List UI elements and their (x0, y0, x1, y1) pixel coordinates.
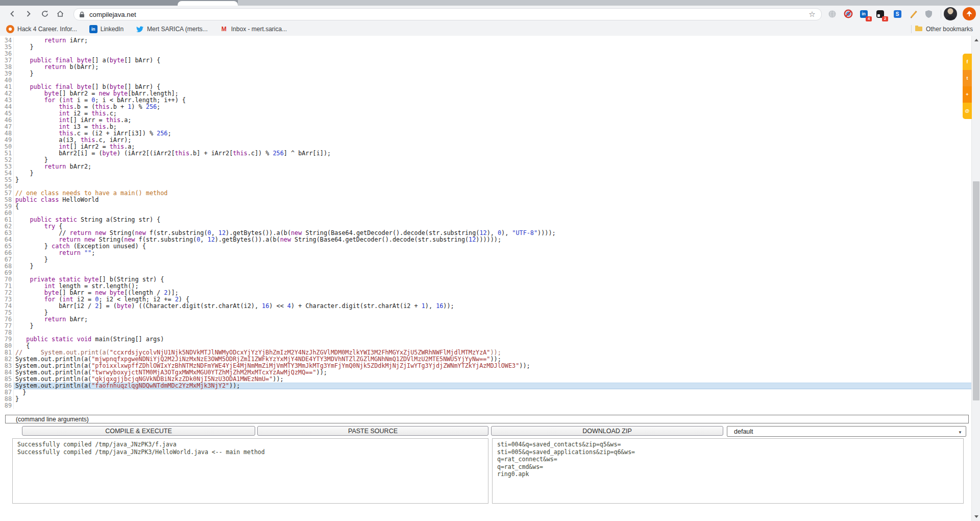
output-line: q=rat_connect&ws= (497, 456, 963, 463)
share-plus-icon[interactable] (963, 86, 972, 103)
compile-execute-button[interactable]: COMPILE & EXECUTE (22, 426, 255, 436)
paste-source-button[interactable]: PASTE SOURCE (257, 426, 488, 436)
code-line: 45 int i2 = this.c; (0, 110, 971, 117)
dropdown-value: default (734, 428, 753, 435)
dark-app-extension-icon[interactable]: 2 (873, 7, 887, 20)
reload-button[interactable] (39, 8, 51, 20)
code-line: 66 return ""; (0, 250, 971, 256)
download-zip-button[interactable]: DOWNLOAD ZIP (491, 426, 723, 436)
scroll-down-arrow[interactable] (972, 512, 980, 521)
bookmark-item[interactable]: Inbox - mert.sarica... (220, 25, 287, 33)
email-share-icon[interactable] (963, 103, 972, 119)
code-line: 55} (0, 177, 971, 183)
code-line: 34 return iArr; (0, 37, 971, 44)
code-line: 51 bArr2[i] = (byte) (iArr2[(iArr2[this.… (0, 150, 971, 157)
tab-strip-right (238, 0, 980, 6)
toolbar-separator (941, 10, 941, 18)
home-button[interactable] (54, 8, 66, 20)
lock-icon[interactable] (79, 11, 85, 18)
globe-extension-icon[interactable] (825, 7, 839, 20)
page-scrollbar[interactable] (971, 36, 980, 521)
bookmarks-list: Hack 4 Career. Infor...LinkedInMert SARI… (0, 25, 287, 33)
linkedin-favicon (89, 25, 97, 33)
dark-app-badge: 2 (882, 16, 888, 21)
forward-button[interactable] (22, 8, 35, 20)
twitter-favicon (136, 25, 144, 33)
output-line: sti=005&q=saved_applications&zip=q6&ws= (497, 448, 963, 456)
program-output-panel: sti=004&q=saved_contacts&zip=q5&ws=sti=0… (492, 438, 964, 504)
code-line: 58public class HelloWorld (0, 197, 971, 203)
code-line: 44 this.b = (this.b + 1) % 256; (0, 104, 971, 110)
code-line: 79 public static void main(String[] args… (0, 336, 971, 343)
wordpress-favicon (6, 25, 14, 33)
pencil-extension-icon[interactable] (906, 7, 920, 20)
code-line: 39 } (0, 70, 971, 77)
code-editor[interactable]: 34 return iArr;35 }3637 public final byt… (0, 36, 971, 410)
stylish-extension-icon[interactable]: S (891, 7, 904, 20)
compiler-output-panel: Successfully compiled /tmp/java_JNzPK3/f… (12, 438, 488, 504)
address-bar[interactable]: compilejava.net (74, 8, 822, 20)
code-line: 86System.out.println(a("faofnhuqzlqgNDQw… (0, 383, 971, 389)
content-blocker-extension-icon[interactable] (842, 7, 855, 20)
chevron-down-icon (958, 428, 962, 435)
code-line: 89 (0, 402, 971, 409)
scrollbar-thumb[interactable] (973, 181, 979, 400)
code-line: 53 return bArr2; (0, 163, 971, 170)
code-line: 54 } (0, 170, 971, 177)
code-line: 38 return b(bArr); (0, 64, 971, 70)
code-line: 57// one class needs to have a main() me… (0, 190, 971, 197)
line-number: 89 (0, 402, 14, 409)
bookmark-label: Hack 4 Career. Infor... (17, 26, 77, 33)
output-line: sti=004&q=saved_contacts&zip=q5&ws= (497, 441, 963, 448)
shield-extension-icon[interactable] (922, 7, 935, 20)
output-line: Successfully compiled /tmp/java_JNzPK3/f… (17, 441, 488, 448)
tab-strip (0, 0, 980, 6)
linkedin-extension-icon[interactable]: in 4 (857, 7, 870, 20)
avatar[interactable] (944, 7, 957, 20)
bookmark-item[interactable]: LinkedIn (89, 25, 124, 33)
linkedin-badge: 4 (866, 16, 872, 21)
command-line-arguments-input[interactable] (5, 415, 969, 423)
browser-toolbar: compilejava.net in 4 2 S (0, 6, 980, 22)
active-tab[interactable] (178, 1, 238, 6)
share-widget (963, 54, 972, 119)
code-line: 75 } (0, 310, 971, 316)
bookmark-label: Inbox - mert.sarica... (231, 26, 287, 33)
code-line: 46 int[] iArr = this.a; (0, 117, 971, 124)
bookmark-label: LinkedIn (101, 26, 124, 33)
code-line: 65 } catch (Exception unused) { (0, 243, 971, 250)
code-line: 61 public static String a(String str) { (0, 217, 971, 223)
browser-update-icon[interactable] (963, 7, 976, 20)
back-button[interactable] (6, 8, 18, 20)
code-line: 59{ (0, 203, 971, 210)
code-line: 68 } (0, 263, 971, 270)
folder-icon (915, 25, 923, 33)
bookmark-star-icon[interactable] (807, 9, 817, 19)
code-line: 77 } (0, 323, 971, 329)
code-line: 52 } (0, 157, 971, 163)
code-line: 74 bArr[i2 / 2] = (byte) ((Character.dig… (0, 303, 971, 310)
bookmarks-separator (911, 25, 912, 33)
code-line: 35 } (0, 44, 971, 51)
code-line: 48 this.c = (i2 + iArr[i3]) % 256; (0, 130, 971, 137)
scroll-up-arrow[interactable] (972, 36, 980, 44)
facebook-share-icon[interactable] (963, 54, 972, 70)
gmail-favicon (220, 25, 228, 33)
code-line: 70 private static byte[] b(String str) { (0, 276, 971, 283)
code-line: 67 } (0, 256, 971, 263)
code-line: 76 return bArr; (0, 316, 971, 323)
bookmarks-bar: Hack 4 Career. Infor...LinkedInMert SARI… (0, 22, 980, 36)
bookmark-label: Mert SARICA (merts... (147, 26, 208, 33)
code-line: 37 public final byte[] a(byte[] bArr) { (0, 57, 971, 64)
other-bookmarks-button[interactable]: Other bookmarks (915, 25, 973, 33)
code-line: 88} (0, 396, 971, 402)
output-line: ring0.apk (497, 470, 963, 478)
twitter-share-icon[interactable] (963, 70, 972, 86)
other-bookmarks-label: Other bookmarks (926, 26, 973, 33)
bookmark-item[interactable]: Hack 4 Career. Infor... (6, 25, 77, 33)
output-line: q=rat_cmd&ws= (497, 463, 963, 471)
bookmark-item[interactable]: Mert SARICA (merts... (136, 25, 208, 33)
url-text: compilejava.net (89, 11, 136, 18)
output-line: Successfully compiled /tmp/java_JNzPK3/H… (17, 448, 488, 456)
output-format-dropdown[interactable]: default (727, 426, 966, 437)
